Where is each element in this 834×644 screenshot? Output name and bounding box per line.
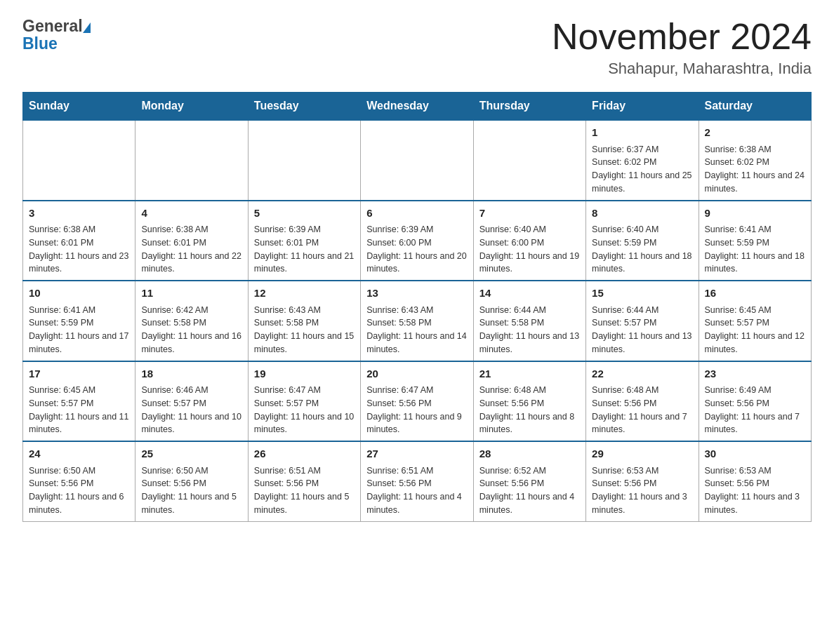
day-info: Sunrise: 6:41 AM Sunset: 5:59 PM Dayligh… [705,223,805,276]
day-cell: 5Sunrise: 6:39 AM Sunset: 6:01 PM Daylig… [248,201,360,281]
day-info: Sunrise: 6:45 AM Sunset: 5:57 PM Dayligh… [705,304,805,356]
day-info: Sunrise: 6:53 AM Sunset: 5:56 PM Dayligh… [705,464,805,517]
day-cell: 24Sunrise: 6:50 AM Sunset: 5:56 PM Dayli… [23,441,135,521]
logo-arrow-icon [83,22,91,33]
day-cell: 23Sunrise: 6:49 AM Sunset: 5:56 PM Dayli… [699,361,811,442]
page-header: General Blue November 2024 Shahapur, Mah… [0,0,834,86]
col-header-friday: Friday [586,93,699,121]
day-number: 5 [254,206,355,222]
day-info: Sunrise: 6:43 AM Sunset: 5:58 PM Dayligh… [254,304,355,356]
day-cell: 28Sunrise: 6:52 AM Sunset: 5:56 PM Dayli… [473,441,585,521]
day-number: 30 [705,446,805,462]
day-cell: 17Sunrise: 6:45 AM Sunset: 5:57 PM Dayli… [23,361,135,442]
day-cell [135,120,248,201]
day-cell: 21Sunrise: 6:48 AM Sunset: 5:56 PM Dayli… [473,361,585,442]
day-info: Sunrise: 6:40 AM Sunset: 5:59 PM Dayligh… [592,223,692,276]
logo-general-text: General [22,17,83,36]
day-info: Sunrise: 6:43 AM Sunset: 5:58 PM Dayligh… [366,304,467,356]
day-number: 29 [592,446,692,462]
day-cell: 27Sunrise: 6:51 AM Sunset: 5:56 PM Dayli… [361,441,473,521]
day-cell: 20Sunrise: 6:47 AM Sunset: 5:56 PM Dayli… [361,361,473,442]
week-row-4: 17Sunrise: 6:45 AM Sunset: 5:57 PM Dayli… [23,361,812,442]
day-cell [361,120,473,201]
day-number: 26 [254,446,355,462]
day-cell: 14Sunrise: 6:44 AM Sunset: 5:58 PM Dayli… [473,281,585,361]
day-info: Sunrise: 6:46 AM Sunset: 5:57 PM Dayligh… [141,384,241,436]
day-number: 17 [29,366,129,382]
day-cell: 10Sunrise: 6:41 AM Sunset: 5:59 PM Dayli… [23,281,135,361]
week-row-1: 1Sunrise: 6:37 AM Sunset: 6:02 PM Daylig… [23,120,812,201]
day-number: 14 [479,286,580,302]
col-header-tuesday: Tuesday [248,93,360,121]
day-number: 19 [254,366,355,382]
day-number: 10 [29,286,129,302]
day-info: Sunrise: 6:48 AM Sunset: 5:56 PM Dayligh… [479,384,580,436]
day-cell: 2Sunrise: 6:38 AM Sunset: 6:02 PM Daylig… [699,120,811,201]
calendar-table: SundayMondayTuesdayWednesdayThursdayFrid… [22,92,812,522]
day-number: 3 [29,206,129,222]
col-header-wednesday: Wednesday [361,93,473,121]
day-info: Sunrise: 6:40 AM Sunset: 6:00 PM Dayligh… [479,223,580,276]
day-cell: 18Sunrise: 6:46 AM Sunset: 5:57 PM Dayli… [135,361,248,442]
week-row-2: 3Sunrise: 6:38 AM Sunset: 6:01 PM Daylig… [23,201,812,281]
day-number: 18 [141,366,241,382]
day-info: Sunrise: 6:51 AM Sunset: 5:56 PM Dayligh… [254,464,355,517]
day-number: 8 [592,206,692,222]
day-cell: 4Sunrise: 6:38 AM Sunset: 6:01 PM Daylig… [135,201,248,281]
day-cell: 30Sunrise: 6:53 AM Sunset: 5:56 PM Dayli… [699,441,811,521]
day-info: Sunrise: 6:44 AM Sunset: 5:58 PM Dayligh… [479,304,580,356]
day-info: Sunrise: 6:48 AM Sunset: 5:56 PM Dayligh… [592,384,692,436]
day-number: 12 [254,286,355,302]
main-title: November 2024 [552,17,812,57]
day-number: 21 [479,366,580,382]
day-cell: 22Sunrise: 6:48 AM Sunset: 5:56 PM Dayli… [586,361,699,442]
col-header-monday: Monday [135,93,248,121]
day-cell: 12Sunrise: 6:43 AM Sunset: 5:58 PM Dayli… [248,281,360,361]
day-number: 22 [592,366,692,382]
day-cell: 25Sunrise: 6:50 AM Sunset: 5:56 PM Dayli… [135,441,248,521]
day-info: Sunrise: 6:39 AM Sunset: 6:00 PM Dayligh… [366,223,467,276]
day-cell: 29Sunrise: 6:53 AM Sunset: 5:56 PM Dayli… [586,441,699,521]
day-number: 11 [141,286,241,302]
day-info: Sunrise: 6:44 AM Sunset: 5:57 PM Dayligh… [592,304,692,356]
day-info: Sunrise: 6:52 AM Sunset: 5:56 PM Dayligh… [479,464,580,517]
day-number: 28 [479,446,580,462]
day-info: Sunrise: 6:53 AM Sunset: 5:56 PM Dayligh… [592,464,692,517]
day-number: 1 [592,125,692,141]
col-header-thursday: Thursday [473,93,585,121]
day-cell: 26Sunrise: 6:51 AM Sunset: 5:56 PM Dayli… [248,441,360,521]
day-cell: 3Sunrise: 6:38 AM Sunset: 6:01 PM Daylig… [23,201,135,281]
day-cell: 16Sunrise: 6:45 AM Sunset: 5:57 PM Dayli… [699,281,811,361]
day-number: 13 [366,286,467,302]
day-cell: 11Sunrise: 6:42 AM Sunset: 5:58 PM Dayli… [135,281,248,361]
day-info: Sunrise: 6:42 AM Sunset: 5:58 PM Dayligh… [141,304,241,356]
col-header-sunday: Sunday [23,93,135,121]
day-number: 9 [705,206,805,222]
day-info: Sunrise: 6:50 AM Sunset: 5:56 PM Dayligh… [29,464,129,517]
day-info: Sunrise: 6:50 AM Sunset: 5:56 PM Dayligh… [141,464,241,517]
day-cell: 13Sunrise: 6:43 AM Sunset: 5:58 PM Dayli… [361,281,473,361]
col-header-saturday: Saturday [699,93,811,121]
day-info: Sunrise: 6:41 AM Sunset: 5:59 PM Dayligh… [29,304,129,356]
day-info: Sunrise: 6:51 AM Sunset: 5:56 PM Dayligh… [366,464,467,517]
day-cell: 1Sunrise: 6:37 AM Sunset: 6:02 PM Daylig… [586,120,699,201]
logo-blue-text: Blue [22,34,91,53]
day-cell: 6Sunrise: 6:39 AM Sunset: 6:00 PM Daylig… [361,201,473,281]
day-number: 27 [366,446,467,462]
title-area: November 2024 Shahapur, Maharashtra, Ind… [552,17,812,78]
day-cell: 19Sunrise: 6:47 AM Sunset: 5:57 PM Dayli… [248,361,360,442]
day-number: 2 [705,125,805,141]
day-cell: 15Sunrise: 6:44 AM Sunset: 5:57 PM Dayli… [586,281,699,361]
week-row-5: 24Sunrise: 6:50 AM Sunset: 5:56 PM Dayli… [23,441,812,521]
day-info: Sunrise: 6:38 AM Sunset: 6:01 PM Dayligh… [29,223,129,276]
day-info: Sunrise: 6:49 AM Sunset: 5:56 PM Dayligh… [705,384,805,436]
day-number: 24 [29,446,129,462]
day-number: 4 [141,206,241,222]
day-cell: 7Sunrise: 6:40 AM Sunset: 6:00 PM Daylig… [473,201,585,281]
day-info: Sunrise: 6:38 AM Sunset: 6:01 PM Dayligh… [141,223,241,276]
subtitle: Shahapur, Maharashtra, India [552,60,812,78]
day-info: Sunrise: 6:47 AM Sunset: 5:57 PM Dayligh… [254,384,355,436]
day-info: Sunrise: 6:47 AM Sunset: 5:56 PM Dayligh… [366,384,467,436]
day-number: 15 [592,286,692,302]
day-number: 6 [366,206,467,222]
